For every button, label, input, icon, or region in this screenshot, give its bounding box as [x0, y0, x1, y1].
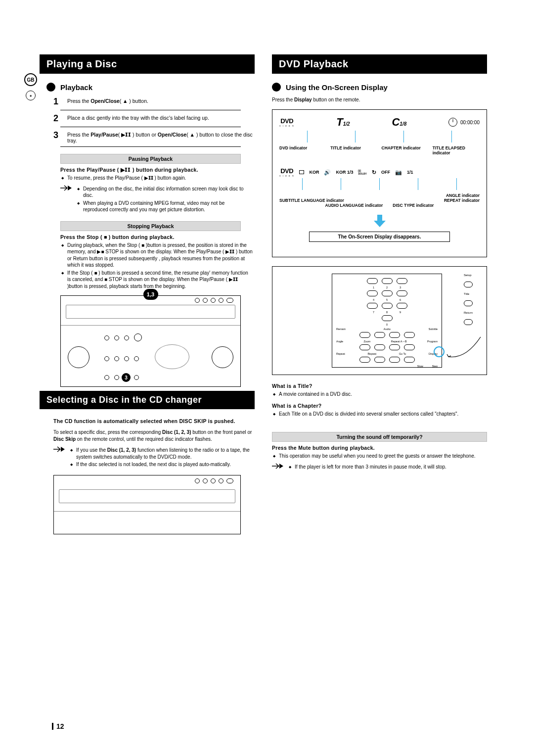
bullet: If the Stop ( ■ ) button is pressed a se… [67, 270, 253, 290]
t: Press the [67, 98, 90, 104]
fn-button[interactable] [404, 332, 415, 338]
small-button-icon [195, 478, 200, 483]
step-2: 2 Place a disc gently into the tray with… [53, 113, 255, 124]
side-labels: Setup Title Return [464, 274, 473, 325]
instruction: Press the Stop ( ■ ) button during playb… [60, 234, 255, 240]
keypad-button[interactable] [367, 290, 378, 296]
down-arrow-icon [279, 214, 480, 229]
bullet-icon [272, 83, 281, 92]
remote-figure: 123 456 789 0 RemainAudioSubtitle AngleZ… [272, 266, 487, 375]
l: Program [427, 340, 438, 343]
l: Zoom [363, 340, 370, 343]
l: Subtitle [429, 328, 438, 331]
pointer-line-icon [403, 131, 404, 142]
instruction: Press the Play/Pause ( ▶𝗜𝗜 ) button duri… [60, 167, 255, 173]
label: SUBTITLE LANGUAGE indicator [279, 198, 344, 203]
chapter-indicator: C1/8 [392, 116, 406, 129]
osd-disappear-box: The On-Screen Display disappears. [309, 232, 450, 242]
keypad-labels: 456 [336, 298, 438, 301]
keypad-button[interactable] [397, 290, 407, 296]
fn-button[interactable] [389, 344, 400, 350]
small-button-icon [211, 298, 216, 303]
repeat-icon: ↻ [372, 169, 376, 176]
angle-icon: 📷 [395, 169, 402, 176]
t: ( ▶𝗜𝗜 ) button or [118, 132, 158, 138]
t: ( ▲ ) button. [120, 98, 148, 104]
keypad-row [336, 278, 438, 284]
button-icon [104, 335, 109, 340]
subheading-stopping: Stopping Playback [60, 221, 241, 231]
pointer-arrow-icon [446, 332, 486, 362]
keypad-button[interactable] [397, 303, 407, 309]
keypad-button[interactable] [367, 303, 378, 309]
right-column: DVD Playback Using the On-Screen Display… [272, 54, 487, 538]
question: What is a Chapter? [272, 403, 487, 409]
small-button-icon [219, 478, 223, 483]
l: 3 [400, 286, 401, 289]
display-button[interactable] [404, 357, 415, 363]
pointer-line-icon [379, 178, 380, 190]
fn-labels: SlowStep [336, 365, 438, 368]
jog-dial-icon [155, 344, 189, 369]
bullet: During playback, when the Stop ( ■ )butt… [67, 242, 253, 269]
audio-icon: 🔊 [324, 169, 331, 176]
pointer-line-icon [451, 131, 452, 142]
power-button-icon [226, 478, 233, 483]
keypad-button[interactable] [382, 303, 393, 309]
t: Open/Close [158, 132, 186, 138]
button-icon [134, 356, 139, 361]
keypad-button[interactable] [382, 290, 393, 296]
l: 8 [386, 311, 388, 314]
device-figure-2 [53, 475, 241, 534]
instruction: Press the Mute button during playback. [272, 445, 487, 451]
dial-icon [68, 346, 89, 368]
elapsed-indicator: 00:00:00 [448, 118, 480, 127]
step-3: 3 Press the Play/Pause( ▶𝗜𝗜 ) button or … [53, 130, 255, 143]
l: Return [464, 311, 473, 314]
label: ANGLE indicator [279, 193, 480, 198]
fn-button[interactable] [374, 332, 385, 338]
fn-button[interactable] [359, 344, 370, 350]
keypad-row [336, 303, 438, 309]
fn-button[interactable] [359, 332, 370, 338]
t: Play/Pause [90, 132, 118, 138]
t: T [336, 116, 343, 128]
answer: A movie contained in a DVD disc. [279, 391, 485, 398]
fn-button[interactable] [374, 357, 385, 363]
fn-button[interactable] [389, 357, 400, 363]
fn-button[interactable] [464, 300, 473, 306]
note-block: If you use the Disc (1, 2, 3) function w… [53, 446, 253, 469]
body-text: To select a specific disc, press the cor… [53, 429, 253, 443]
fn-button[interactable] [464, 319, 473, 325]
button-icon [124, 356, 129, 361]
clock-icon [448, 118, 457, 127]
bullet: This operation may be useful when you ne… [279, 453, 485, 460]
osd-row-bottom: DVD V I D E O KOR 🔊 KOR 1/3 ▯▯DOLBY ↻ OF… [279, 167, 480, 177]
fn-button[interactable] [464, 282, 473, 287]
keypad-button[interactable] [367, 278, 378, 284]
disc-slot [66, 305, 235, 319]
dial-icon [212, 346, 233, 368]
keypad-button[interactable] [382, 278, 393, 284]
button-icon [114, 335, 119, 340]
pointer-line-icon [307, 131, 308, 142]
section-playback: Playback [46, 83, 255, 92]
l: 4 [373, 298, 374, 301]
page-number: 12 [52, 722, 64, 730]
fn-button[interactable] [389, 332, 400, 338]
button-icon [134, 375, 139, 380]
subheading-pausing: Pausing Playback [60, 154, 241, 164]
subheading-mute: Turning the sound off temporarily? [272, 432, 487, 442]
keypad-button[interactable] [382, 315, 393, 321]
fn-button[interactable] [359, 357, 370, 363]
small-button-icon [203, 298, 208, 303]
button-icon [114, 375, 119, 380]
l: Audio [384, 328, 391, 331]
fn-button[interactable] [374, 344, 385, 350]
fn-button[interactable] [404, 344, 415, 350]
label: DISC TYPE indicator [393, 203, 434, 208]
keypad-button[interactable] [397, 278, 407, 284]
pointer-line-icon [302, 178, 303, 190]
keypad-labels: 789 [336, 311, 438, 314]
t: DVD [280, 117, 293, 125]
